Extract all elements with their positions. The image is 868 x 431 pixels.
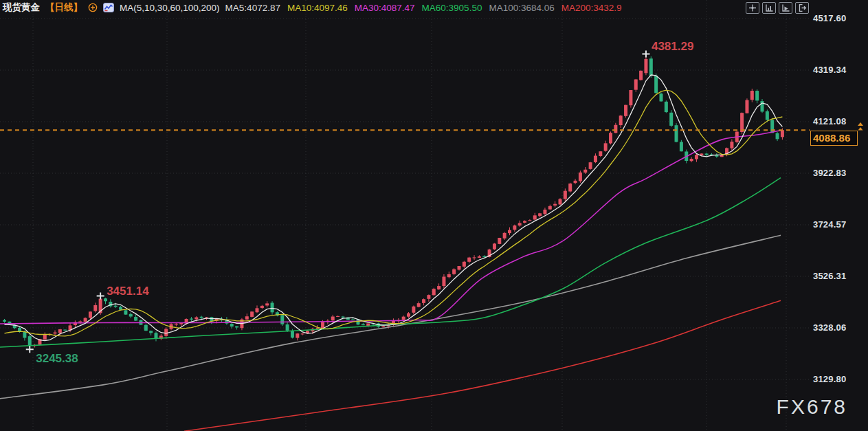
ma-value-MA100: MA100:3684.06 bbox=[489, 3, 554, 13]
ma-line-MA10 bbox=[5, 90, 783, 336]
ma-line-MA5 bbox=[5, 75, 783, 341]
collapse-panel-icon[interactable] bbox=[795, 2, 809, 14]
ma-value-MA200: MA200:3432.9 bbox=[561, 3, 622, 13]
price-scale-icon[interactable] bbox=[762, 2, 776, 14]
extreme-marker bbox=[26, 346, 34, 353]
period-label[interactable]: 【日线】 bbox=[45, 1, 82, 14]
extreme-label: 4381.29 bbox=[652, 40, 693, 53]
price-tick-label: 3526.31 bbox=[813, 271, 846, 281]
symbol-title: 现货黄金 bbox=[3, 1, 40, 14]
price-tick-label: 3328.06 bbox=[813, 322, 846, 333]
extreme-label: 3245.38 bbox=[36, 352, 78, 365]
price-tick-label: 3724.57 bbox=[813, 219, 846, 230]
chart-toolbar bbox=[746, 2, 809, 14]
add-indicator-icon[interactable] bbox=[88, 3, 98, 12]
crosshair-icon[interactable] bbox=[746, 2, 759, 14]
extreme-label: 3451.14 bbox=[107, 285, 149, 298]
ma-settings-label[interactable]: MA(5,10,30,60,100,200) bbox=[120, 3, 220, 13]
extreme-marker bbox=[642, 51, 649, 58]
price-tick-label: 4517.60 bbox=[813, 13, 846, 23]
price-tick-label: 4121.08 bbox=[813, 116, 846, 126]
auto-scale-icon[interactable] bbox=[779, 2, 792, 14]
ma-line-MA60 bbox=[0, 178, 781, 347]
ma-value-MA30: MA30:4087.47 bbox=[355, 3, 415, 13]
price-axis[interactable]: 4517.604319.344121.083922.833724.573526.… bbox=[811, 0, 868, 431]
ma-line-MA100 bbox=[0, 235, 781, 399]
price-tick-label: 4319.34 bbox=[813, 65, 846, 75]
ma-value-MA5: MA5:4072.87 bbox=[225, 3, 280, 13]
ma-value-MA10: MA10:4097.46 bbox=[287, 3, 348, 13]
trading-chart-window: 4381.293451.143245.38 现货黄金 【日线】 MA(5,10,… bbox=[0, 0, 868, 431]
chart-header: 现货黄金 【日线】 MA(5,10,30,60,100,200) MA5:407… bbox=[3, 1, 622, 14]
price-up-arrow-icon bbox=[856, 122, 865, 131]
candlestick-chart-canvas[interactable]: 4381.293451.143245.38 bbox=[0, 0, 868, 431]
ma-line-MA200 bbox=[184, 300, 781, 431]
price-tick-label: 3129.80 bbox=[813, 374, 846, 384]
ma-value-MA60: MA60:3905.50 bbox=[422, 3, 482, 13]
ma-values-group: MA5:4072.87MA10:4097.46MA30:4087.47MA60:… bbox=[225, 3, 622, 13]
extreme-marker bbox=[97, 292, 104, 299]
current-price-value: 4088.86 bbox=[813, 132, 850, 144]
chart-type-icon[interactable] bbox=[103, 3, 114, 12]
price-tick-label: 3922.83 bbox=[813, 168, 846, 178]
current-price-badge: 4088.86 bbox=[810, 131, 858, 146]
